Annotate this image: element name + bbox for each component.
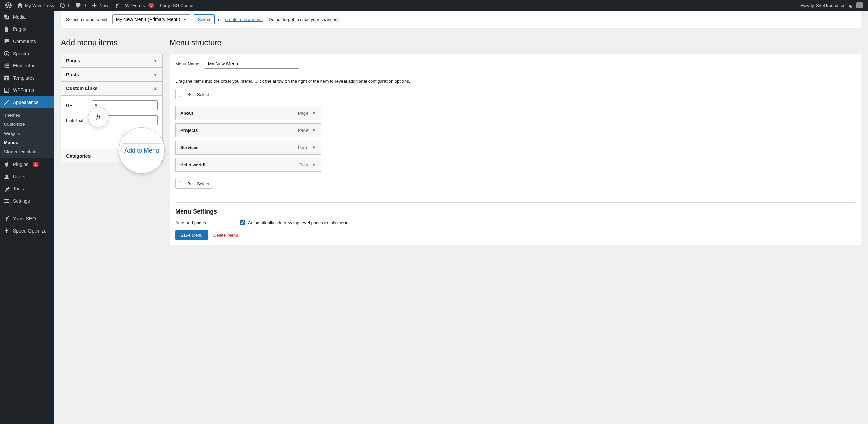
accordion-label: Custom Links	[66, 86, 98, 91]
sidebar-item-appearance[interactable]: Appearance	[0, 96, 54, 108]
svg-rect-10	[5, 90, 8, 90]
sidebar-sub-menus[interactable]: Menus	[0, 138, 54, 147]
chevron-down-icon[interactable]: ▼	[312, 162, 316, 167]
bulk-select-checkbox[interactable]	[179, 181, 184, 186]
sidebar-item-media[interactable]: Media	[0, 11, 54, 23]
accordion: Pages ▼ Posts ▼ Custom L	[61, 54, 163, 163]
chevron-down-icon[interactable]: ▼	[312, 145, 316, 150]
bulk-select-bottom[interactable]: Bulk Select	[175, 179, 213, 189]
updates-count: 1	[67, 3, 70, 8]
updates-link[interactable]: 1	[57, 0, 73, 11]
sidebar-label: Appearance	[13, 100, 39, 105]
chevron-up-icon: ▲	[153, 86, 158, 91]
menu-item[interactable]: Services Page▼	[175, 141, 321, 155]
plus-icon	[91, 2, 97, 8]
sidebar-item-users[interactable]: Users	[0, 170, 54, 183]
update-icon	[59, 2, 65, 8]
selector-label: Select a menu to edit:	[66, 17, 109, 22]
select-button[interactable]: Select	[194, 14, 215, 24]
sidebar-item-speed[interactable]: Speed Optimizer	[0, 225, 54, 237]
sidebar-item-tools[interactable]: Tools	[0, 183, 54, 195]
sidebar-item-settings[interactable]: Settings	[0, 195, 54, 207]
add-to-menu-button[interactable]: Add to Menu	[121, 134, 158, 144]
svg-rect-9	[5, 89, 8, 89]
bulk-select-top[interactable]: Bulk Select	[175, 89, 213, 99]
save-menu-button[interactable]: Save Menu	[175, 230, 208, 240]
home-icon	[17, 2, 23, 8]
sidebar-item-pages[interactable]: Pages	[0, 23, 54, 35]
comments-icon	[3, 38, 10, 45]
sidebar-label: Yoast SEO	[13, 216, 36, 221]
delete-menu-link[interactable]: Delete Menu	[213, 233, 238, 238]
sidebar-item-templates[interactable]: Templates	[0, 72, 54, 84]
sidebar-label: Elementor	[13, 63, 35, 68]
svg-rect-4	[6, 67, 9, 68]
sidebar-sub-starter[interactable]: Starter Templates	[0, 147, 54, 156]
purge-cache-link[interactable]: Purge SG Cache	[157, 0, 196, 11]
chevron-down-icon[interactable]: ▼	[312, 110, 316, 116]
tools-icon	[3, 185, 10, 192]
menu-item-title: Projects	[180, 128, 198, 133]
svg-rect-6	[4, 77, 6, 80]
auto-add-checkbox[interactable]	[240, 220, 245, 225]
sidebar-sub-customize[interactable]: Customize	[0, 120, 54, 129]
sidebar-sub-themes[interactable]: Themes	[0, 110, 54, 120]
link-text-input[interactable]	[92, 115, 158, 125]
bulk-select-checkbox[interactable]	[179, 92, 184, 97]
accordion-posts[interactable]: Posts ▼	[61, 68, 162, 81]
wpforms-badge: 3	[148, 3, 154, 8]
menu-item[interactable]: Hello world! Post▼	[175, 158, 321, 172]
yoast-icon	[114, 2, 120, 8]
site-name-link[interactable]: My WordPress	[14, 0, 57, 11]
menu-structure-title: Menu structure	[170, 38, 861, 47]
admin-bar: My WordPress 1 0 New WPForms 3 Purge SG …	[0, 0, 868, 11]
url-label: URL	[66, 103, 88, 108]
menu-item[interactable]: Projects Page▼	[175, 123, 321, 137]
url-input[interactable]	[92, 100, 158, 110]
chevron-down-icon[interactable]: ▼	[312, 128, 316, 133]
sidebar-item-plugins[interactable]: Plugins 1	[0, 158, 54, 170]
wp-logo[interactable]	[3, 0, 14, 11]
comments-link[interactable]: 0	[73, 0, 88, 11]
sidebar-item-elementor[interactable]: Elementor	[0, 60, 54, 72]
accordion-pages[interactable]: Pages ▼	[61, 54, 162, 67]
accordion-custom-links[interactable]: Custom Links ▲	[61, 82, 162, 95]
bulk-select-label: Bulk Select	[187, 92, 209, 97]
auto-add-description: Automatically add new top-level pages to…	[248, 220, 348, 225]
sidebar-label: Speed Optimizer	[13, 228, 48, 234]
sidebar-sub-widgets[interactable]: Widgets	[0, 129, 54, 138]
accordion-categories[interactable]: Categories ▼	[61, 149, 162, 163]
sidebar-item-spectra[interactable]: Spectra	[0, 47, 54, 60]
wpforms-link[interactable]: WPForms 3	[122, 0, 157, 11]
sidebar-label: Templates	[13, 75, 35, 81]
howdy-text: Howdy, SiteGroundTesting	[801, 3, 852, 8]
menu-name-input[interactable]	[204, 59, 299, 69]
yoast-sidebar-icon	[3, 215, 10, 222]
menu-item-type: Post	[299, 162, 308, 167]
new-link[interactable]: New	[88, 0, 111, 11]
menu-select-dropdown[interactable]: My New Menu (Primary Menu)	[112, 14, 190, 24]
auto-add-label: Auto add pages	[175, 220, 240, 225]
main-content: Select a menu to edit: My New Menu (Prim…	[54, 11, 868, 424]
create-menu-link[interactable]: create a new menu	[225, 17, 263, 22]
howdy-link[interactable]: Howdy, SiteGroundTesting	[798, 0, 865, 11]
sidebar-item-wpforms[interactable]: WPForms	[0, 84, 54, 96]
menu-structure-box: Menu Name Drag the items into the order …	[170, 54, 861, 245]
wordpress-icon	[5, 2, 12, 8]
sidebar-label: Media	[13, 14, 26, 20]
svg-point-16	[5, 199, 6, 200]
selector-suffix: . Do not forget to save your changes!	[266, 17, 338, 22]
sidebar-item-comments[interactable]: Comments	[0, 35, 54, 47]
settings-icon	[3, 198, 10, 204]
chevron-down-icon: ▼	[153, 153, 158, 159]
avatar	[856, 2, 863, 8]
menu-item[interactable]: About Page▼	[175, 106, 321, 120]
plugins-badge: 1	[33, 162, 39, 167]
menu-items-list: About Page▼ Projects Page▼ Services Page…	[175, 106, 321, 172]
accordion-label: Posts	[66, 72, 79, 77]
yoast-adminbar[interactable]	[111, 0, 122, 11]
structure-hint: Drag the items into the order you prefer…	[175, 79, 855, 84]
svg-point-18	[5, 202, 7, 203]
sidebar-item-yoast[interactable]: Yoast SEO	[0, 213, 54, 225]
speed-icon	[3, 227, 10, 234]
